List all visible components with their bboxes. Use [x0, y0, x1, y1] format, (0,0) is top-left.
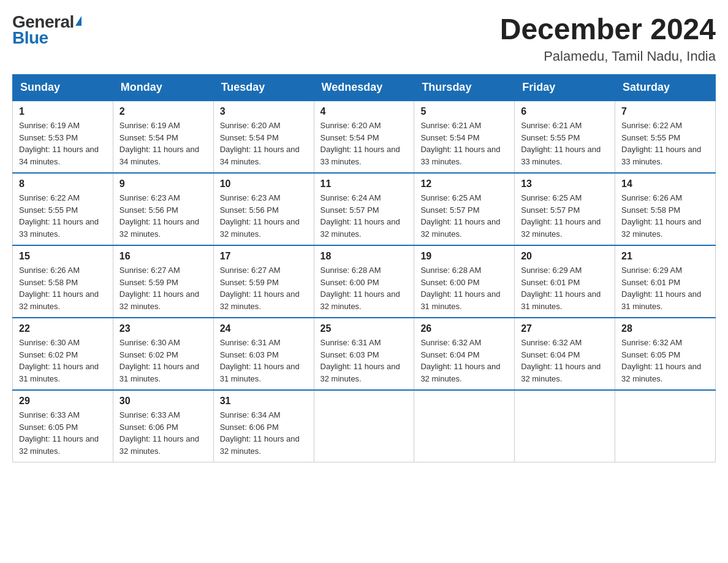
days-of-week-row: SundayMondayTuesdayWednesdayThursdayFrid…: [13, 75, 716, 101]
calendar-week-row: 8Sunrise: 6:22 AMSunset: 5:55 PMDaylight…: [13, 173, 716, 245]
calendar-cell: 21Sunrise: 6:29 AMSunset: 6:01 PMDayligh…: [615, 245, 716, 318]
day-info: Sunrise: 6:24 AMSunset: 5:57 PMDaylight:…: [320, 192, 408, 240]
day-info: Sunrise: 6:23 AMSunset: 5:56 PMDaylight:…: [119, 192, 207, 240]
day-info: Sunrise: 6:19 AMSunset: 5:53 PMDaylight:…: [19, 120, 107, 167]
calendar-cell: 14Sunrise: 6:26 AMSunset: 5:58 PMDayligh…: [615, 173, 716, 245]
day-info: Sunrise: 6:25 AMSunset: 5:57 PMDaylight:…: [521, 192, 609, 240]
calendar-cell: 11Sunrise: 6:24 AMSunset: 5:57 PMDayligh…: [314, 173, 414, 245]
day-number: 9: [119, 178, 207, 190]
day-number: 7: [621, 106, 709, 117]
day-number: 26: [420, 323, 508, 334]
day-info: Sunrise: 6:22 AMSunset: 5:55 PMDaylight:…: [621, 120, 709, 167]
calendar-cell: 13Sunrise: 6:25 AMSunset: 5:57 PMDayligh…: [515, 173, 615, 245]
calendar-cell: 27Sunrise: 6:32 AMSunset: 6:04 PMDayligh…: [515, 318, 615, 390]
day-info: Sunrise: 6:33 AMSunset: 6:06 PMDaylight:…: [119, 409, 207, 457]
day-info: Sunrise: 6:32 AMSunset: 6:04 PMDaylight:…: [521, 337, 609, 385]
calendar-cell: 22Sunrise: 6:30 AMSunset: 6:02 PMDayligh…: [13, 318, 113, 390]
day-info: Sunrise: 6:32 AMSunset: 6:05 PMDaylight:…: [621, 337, 709, 385]
calendar-cell: 23Sunrise: 6:30 AMSunset: 6:02 PMDayligh…: [113, 318, 213, 390]
day-number: 12: [420, 178, 508, 190]
day-info: Sunrise: 6:32 AMSunset: 6:04 PMDaylight:…: [420, 337, 508, 385]
day-number: 10: [220, 178, 308, 190]
day-info: Sunrise: 6:20 AMSunset: 5:54 PMDaylight:…: [320, 120, 408, 167]
day-header-wednesday: Wednesday: [314, 75, 414, 101]
calendar-week-row: 15Sunrise: 6:26 AMSunset: 5:58 PMDayligh…: [13, 245, 716, 318]
calendar-cell: [414, 390, 515, 462]
calendar-cell: 24Sunrise: 6:31 AMSunset: 6:03 PMDayligh…: [213, 318, 314, 390]
day-number: 21: [621, 251, 709, 262]
day-header-saturday: Saturday: [615, 75, 716, 101]
day-number: 1: [19, 106, 107, 117]
day-info: Sunrise: 6:34 AMSunset: 6:06 PMDaylight:…: [220, 409, 308, 457]
calendar-cell: 5Sunrise: 6:21 AMSunset: 5:54 PMDaylight…: [414, 101, 515, 173]
day-number: 23: [119, 323, 207, 334]
day-number: 13: [521, 178, 609, 190]
calendar-cell: [314, 390, 414, 462]
calendar-cell: 1Sunrise: 6:19 AMSunset: 5:53 PMDaylight…: [13, 101, 113, 173]
calendar-cell: 19Sunrise: 6:28 AMSunset: 6:00 PMDayligh…: [414, 245, 515, 318]
day-number: 17: [220, 251, 308, 262]
day-number: 22: [19, 323, 107, 334]
day-number: 2: [119, 106, 207, 117]
calendar-cell: 10Sunrise: 6:23 AMSunset: 5:56 PMDayligh…: [213, 173, 314, 245]
day-info: Sunrise: 6:21 AMSunset: 5:54 PMDaylight:…: [420, 120, 508, 167]
calendar-table: SundayMondayTuesdayWednesdayThursdayFrid…: [12, 74, 716, 462]
day-info: Sunrise: 6:29 AMSunset: 6:01 PMDaylight:…: [521, 264, 609, 312]
day-number: 31: [220, 396, 308, 407]
day-number: 3: [220, 106, 308, 117]
calendar-cell: 9Sunrise: 6:23 AMSunset: 5:56 PMDaylight…: [113, 173, 213, 245]
day-number: 28: [621, 323, 709, 334]
day-info: Sunrise: 6:31 AMSunset: 6:03 PMDaylight:…: [320, 337, 408, 385]
calendar-cell: 8Sunrise: 6:22 AMSunset: 5:55 PMDaylight…: [13, 173, 113, 245]
day-number: 30: [119, 396, 207, 407]
title-block: December 2024 Palamedu, Tamil Nadu, Indi…: [500, 12, 716, 64]
logo-triangle-icon: [75, 16, 82, 26]
day-header-monday: Monday: [113, 75, 213, 101]
day-number: 4: [320, 106, 408, 117]
calendar-cell: 20Sunrise: 6:29 AMSunset: 6:01 PMDayligh…: [515, 245, 615, 318]
day-info: Sunrise: 6:26 AMSunset: 5:58 PMDaylight:…: [621, 192, 709, 240]
day-info: Sunrise: 6:30 AMSunset: 6:02 PMDaylight:…: [119, 337, 207, 385]
calendar-cell: [615, 390, 716, 462]
month-title: December 2024: [500, 12, 716, 46]
calendar-cell: 2Sunrise: 6:19 AMSunset: 5:54 PMDaylight…: [113, 101, 213, 173]
page-header: General Blue December 2024 Palamedu, Tam…: [12, 12, 716, 64]
day-info: Sunrise: 6:19 AMSunset: 5:54 PMDaylight:…: [119, 120, 207, 167]
calendar-cell: 12Sunrise: 6:25 AMSunset: 5:57 PMDayligh…: [414, 173, 515, 245]
day-header-tuesday: Tuesday: [213, 75, 314, 101]
calendar-week-row: 22Sunrise: 6:30 AMSunset: 6:02 PMDayligh…: [13, 318, 716, 390]
day-number: 25: [320, 323, 408, 334]
calendar-cell: 29Sunrise: 6:33 AMSunset: 6:05 PMDayligh…: [13, 390, 113, 462]
calendar-cell: 4Sunrise: 6:20 AMSunset: 5:54 PMDaylight…: [314, 101, 414, 173]
day-header-friday: Friday: [515, 75, 615, 101]
calendar-cell: 18Sunrise: 6:28 AMSunset: 6:00 PMDayligh…: [314, 245, 414, 318]
day-info: Sunrise: 6:27 AMSunset: 5:59 PMDaylight:…: [220, 264, 308, 312]
calendar-body: 1Sunrise: 6:19 AMSunset: 5:53 PMDaylight…: [13, 101, 716, 462]
day-number: 6: [521, 106, 609, 117]
day-header-thursday: Thursday: [414, 75, 515, 101]
logo: General Blue: [12, 12, 82, 48]
calendar-cell: 17Sunrise: 6:27 AMSunset: 5:59 PMDayligh…: [213, 245, 314, 318]
day-info: Sunrise: 6:30 AMSunset: 6:02 PMDaylight:…: [19, 337, 107, 385]
calendar-cell: 16Sunrise: 6:27 AMSunset: 5:59 PMDayligh…: [113, 245, 213, 318]
day-number: 8: [19, 178, 107, 190]
day-info: Sunrise: 6:31 AMSunset: 6:03 PMDaylight:…: [220, 337, 308, 385]
day-info: Sunrise: 6:22 AMSunset: 5:55 PMDaylight:…: [19, 192, 107, 240]
day-info: Sunrise: 6:29 AMSunset: 6:01 PMDaylight:…: [621, 264, 709, 312]
day-number: 15: [19, 251, 107, 262]
logo-blue-text: Blue: [12, 28, 48, 48]
day-info: Sunrise: 6:33 AMSunset: 6:05 PMDaylight:…: [19, 409, 107, 457]
calendar-cell: 28Sunrise: 6:32 AMSunset: 6:05 PMDayligh…: [615, 318, 716, 390]
day-info: Sunrise: 6:21 AMSunset: 5:55 PMDaylight:…: [521, 120, 609, 167]
calendar-header: SundayMondayTuesdayWednesdayThursdayFrid…: [13, 75, 716, 101]
day-number: 27: [521, 323, 609, 334]
calendar-week-row: 1Sunrise: 6:19 AMSunset: 5:53 PMDaylight…: [13, 101, 716, 173]
day-number: 29: [19, 396, 107, 407]
day-info: Sunrise: 6:26 AMSunset: 5:58 PMDaylight:…: [19, 264, 107, 312]
calendar-cell: 31Sunrise: 6:34 AMSunset: 6:06 PMDayligh…: [213, 390, 314, 462]
day-number: 14: [621, 178, 709, 190]
location-title: Palamedu, Tamil Nadu, India: [500, 48, 716, 64]
day-info: Sunrise: 6:28 AMSunset: 6:00 PMDaylight:…: [320, 264, 408, 312]
day-info: Sunrise: 6:28 AMSunset: 6:00 PMDaylight:…: [420, 264, 508, 312]
calendar-cell: 26Sunrise: 6:32 AMSunset: 6:04 PMDayligh…: [414, 318, 515, 390]
